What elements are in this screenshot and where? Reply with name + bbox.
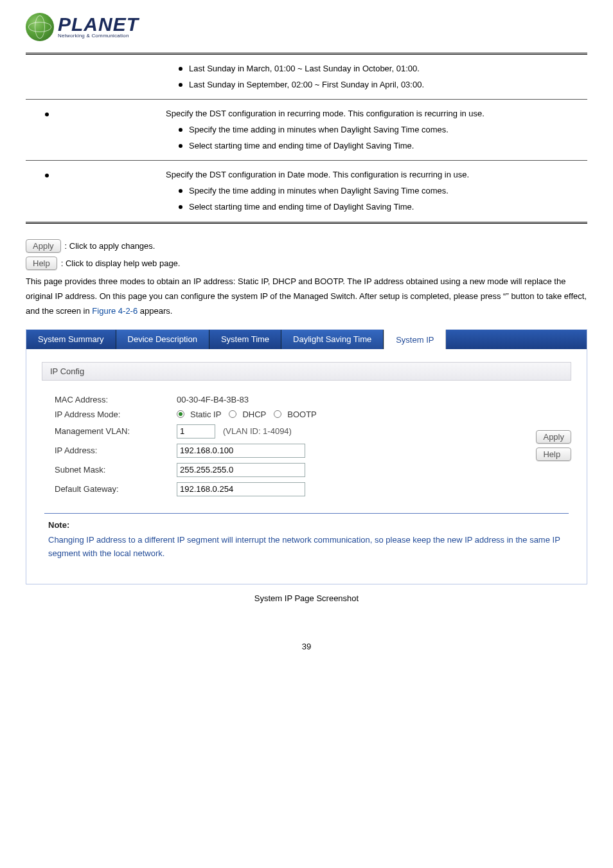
ip-config-header: IP Config	[42, 362, 571, 381]
tab-system-summary[interactable]: System Summary	[26, 330, 116, 349]
subnet-mask-input[interactable]	[177, 463, 305, 477]
ip-address-input[interactable]	[177, 444, 305, 458]
brand-logo: PLANET Networking & Communication	[26, 13, 587, 41]
note-title: Note:	[48, 519, 565, 532]
page-number: 39	[26, 642, 587, 651]
bullet-icon	[179, 189, 182, 193]
apply-button[interactable]: Apply	[536, 430, 571, 444]
tab-bar: System Summary Device Description System…	[26, 330, 587, 349]
mgmt-vlan-hint: (VLAN ID: 1-4094)	[223, 426, 292, 436]
radio-static-ip-label: Static IP	[190, 410, 221, 419]
table-cell-text: Last Sunday in September, 02:00 ~ First …	[189, 77, 424, 93]
radio-bootp[interactable]	[274, 410, 281, 418]
table-cell-text: Last Sunday in March, 01:00 ~ Last Sunda…	[189, 61, 420, 77]
system-ip-panel: System Summary Device Description System…	[26, 329, 587, 584]
radio-static-ip[interactable]	[177, 410, 184, 418]
apply-button-desc: : Click to apply changes.	[65, 241, 155, 251]
table-cell-text: Specify the DST configuration in Date mo…	[159, 167, 582, 183]
bullet-icon	[179, 144, 182, 148]
table-cell-text: Select starting time and ending time of …	[189, 138, 414, 154]
note-body: Changing IP address to a different IP se…	[48, 534, 565, 561]
bullet-icon	[179, 67, 182, 71]
table-cell-text: Specify the DST configuration in recurri…	[159, 106, 582, 122]
radio-bootp-label: BOOTP	[287, 410, 317, 419]
tab-daylight-saving-time[interactable]: Daylight Saving Time	[281, 330, 384, 349]
help-button-desc: : Click to display help web page.	[61, 258, 181, 268]
bullet-icon	[179, 83, 182, 87]
table-cell-text: Specify the time adding in minutes when …	[189, 122, 449, 138]
figure-link: Figure 4-2-6	[92, 306, 138, 316]
table-cell-text: Specify the time adding in minutes when …	[189, 183, 449, 199]
intro-paragraph: This page provides three modes to obtain…	[26, 274, 587, 319]
apply-button-graphic: Apply	[26, 239, 61, 253]
help-button-graphic: Help	[26, 257, 57, 270]
bullet-icon	[179, 128, 182, 132]
bullet-icon	[179, 205, 182, 209]
mgmt-vlan-label: Management VLAN:	[55, 426, 177, 436]
subnet-mask-label: Subnet Mask:	[55, 465, 177, 475]
dst-desc-table: Last Sunday in March, 01:00 ~ Last Sunda…	[26, 53, 587, 224]
table-cell-text: Select starting time and ending time of …	[189, 199, 414, 215]
radio-dhcp[interactable]	[229, 410, 236, 418]
logo-sub-text: Networking & Communication	[58, 33, 139, 39]
bullet-icon	[45, 113, 49, 116]
tab-system-time[interactable]: System Time	[209, 330, 281, 349]
default-gateway-input[interactable]	[177, 482, 305, 496]
radio-dhcp-label: DHCP	[242, 410, 266, 419]
logo-globe-icon	[26, 13, 54, 41]
mgmt-vlan-input[interactable]	[177, 424, 215, 439]
help-button[interactable]: Help	[536, 448, 571, 461]
tab-system-ip[interactable]: System IP	[384, 329, 446, 349]
ip-address-label: IP Address:	[55, 446, 177, 455]
tab-device-description[interactable]: Device Description	[116, 330, 209, 349]
default-gateway-label: Default Gateway:	[55, 484, 177, 494]
mac-address-label: MAC Address:	[55, 395, 177, 404]
logo-main-text: PLANET	[58, 15, 139, 33]
panel-divider	[44, 513, 569, 514]
mac-address-value: 00-30-4F-B4-3B-83	[177, 395, 510, 404]
ip-mode-label: IP Address Mode:	[55, 410, 177, 419]
bullet-icon	[45, 174, 49, 177]
figure-caption: System IP Page Screenshot	[26, 593, 587, 603]
